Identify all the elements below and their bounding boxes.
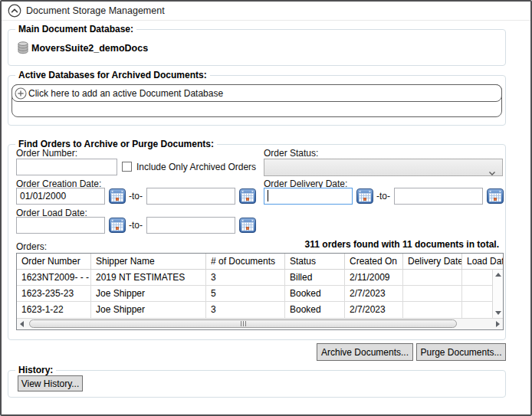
include-archived-label[interactable]: Include Only Archived Orders xyxy=(136,162,256,172)
results-summary: 311 orders found with 11 documents in to… xyxy=(305,239,499,250)
creation-date-to-input[interactable] xyxy=(146,188,235,205)
text-caret xyxy=(268,190,268,201)
table-cell[interactable] xyxy=(462,270,492,285)
column-header[interactable]: Created On xyxy=(345,254,403,269)
table-cell[interactable]: 3 xyxy=(206,270,285,285)
calendar-icon xyxy=(109,217,126,234)
load-to-separator: -to- xyxy=(129,220,143,231)
delivery-date-from-input[interactable] xyxy=(264,188,353,205)
main-database-groupbox: Main Document Database: MoversSuite2_dem… xyxy=(8,29,506,66)
history-groupbox: History: View History... xyxy=(8,370,506,398)
main-database-item: MoversSuite2_demoDocs xyxy=(18,41,148,54)
delivery-to-separator: -to- xyxy=(376,191,390,201)
table-row[interactable]: 1623NT2009- - -2019 NT ESTIMATES3Billed2… xyxy=(17,270,492,286)
horizontal-scrollbar[interactable] xyxy=(17,318,503,329)
scroll-right-icon[interactable] xyxy=(496,321,500,327)
panel-header: Document Storage Management xyxy=(2,2,530,21)
table-cell[interactable]: Billed xyxy=(285,270,345,285)
add-database-label: Click here to add an active Document Dat… xyxy=(28,88,223,99)
purge-documents-button[interactable]: Purge Documents... xyxy=(416,343,506,361)
orders-table-rows: 1623NT2009- - -2019 NT ESTIMATES3Billed2… xyxy=(17,270,492,318)
table-cell[interactable]: 2019 NT ESTIMATES xyxy=(91,270,206,285)
orders-table-body: 1623NT2009- - -2019 NT ESTIMATES3Billed2… xyxy=(17,270,503,318)
column-header[interactable]: Shipper Name xyxy=(91,254,206,269)
table-row[interactable]: 1623-1-22Joe Shipper3Booked2/7/2023 xyxy=(17,302,492,318)
document-storage-management-panel: Document Storage Management Main Documen… xyxy=(0,0,532,416)
orders-table-header: Order NumberShipper Name# of DocumentsSt… xyxy=(17,254,503,270)
scroll-left-icon[interactable] xyxy=(20,321,24,327)
table-cell[interactable] xyxy=(462,286,492,301)
chevron-down-icon xyxy=(488,165,496,179)
order-number-input[interactable] xyxy=(16,159,117,175)
delivery-date-to-calendar-button[interactable] xyxy=(487,188,504,205)
main-database-name: MoversSuite2_demoDocs xyxy=(31,43,148,54)
load-date-to-input[interactable] xyxy=(146,217,235,234)
add-database-button[interactable]: Click here to add an active Document Dat… xyxy=(11,84,502,102)
orders-label: Orders: xyxy=(16,241,47,252)
table-cell[interactable]: Joe Shipper xyxy=(91,286,206,301)
table-cell[interactable]: Joe Shipper xyxy=(91,302,206,318)
calendar-icon xyxy=(356,188,373,205)
table-cell[interactable]: Booked xyxy=(285,286,345,301)
orders-table: Order NumberShipper Name# of DocumentsSt… xyxy=(16,253,504,330)
plus-circle-icon xyxy=(15,87,27,100)
delivery-date-from-calendar-button[interactable] xyxy=(356,188,373,205)
history-caption: History: xyxy=(15,365,56,376)
table-cell[interactable] xyxy=(403,302,462,318)
column-header[interactable]: Load Date xyxy=(462,254,503,269)
find-orders-groupbox: Find Orders to Archive or Purge Document… xyxy=(8,144,506,340)
load-date-from-calendar-button[interactable] xyxy=(109,217,126,234)
creation-date-from-input[interactable] xyxy=(16,188,105,205)
table-row[interactable]: 1623-235-23Joe Shipper5Booked2/7/2023 xyxy=(17,286,492,302)
view-history-button[interactable]: View History... xyxy=(18,375,83,391)
database-icon xyxy=(18,41,28,54)
archive-documents-button[interactable]: Archive Documents... xyxy=(317,343,413,361)
panel-title: Document Storage Management xyxy=(26,5,165,16)
horizontal-scrollbar-thumb[interactable] xyxy=(29,319,457,328)
main-database-caption: Main Document Database: xyxy=(15,24,136,35)
calendar-icon xyxy=(487,188,504,205)
table-cell[interactable]: 1623NT2009- - - xyxy=(17,270,91,285)
table-cell[interactable]: 2/11/2009 xyxy=(345,270,403,285)
table-cell[interactable]: Booked xyxy=(285,302,345,318)
order-status-dropdown[interactable] xyxy=(264,159,503,176)
calendar-icon xyxy=(109,188,126,205)
vertical-scrollbar[interactable] xyxy=(492,270,503,318)
creation-date-to-calendar-button[interactable] xyxy=(239,188,256,205)
table-cell[interactable] xyxy=(403,286,462,301)
column-header[interactable]: Order Number xyxy=(17,254,91,269)
load-date-to-calendar-button[interactable] xyxy=(239,217,256,234)
table-cell[interactable]: 1623-1-22 xyxy=(17,302,91,318)
order-number-label: Order Number: xyxy=(16,148,77,159)
load-date-from-input[interactable] xyxy=(16,217,105,234)
calendar-icon xyxy=(239,188,256,205)
table-cell[interactable]: 2/7/2023 xyxy=(345,286,403,301)
active-databases-list: Click here to add an active Document Dat… xyxy=(11,84,502,117)
creation-date-from-calendar-button[interactable] xyxy=(109,188,126,205)
delivery-date-to-input[interactable] xyxy=(394,188,483,205)
chevron-up-circle-icon xyxy=(8,4,21,18)
table-cell[interactable]: 5 xyxy=(206,286,285,301)
include-archived-checkbox[interactable] xyxy=(122,162,132,172)
active-databases-groupbox: Active Databases for Archived Documents:… xyxy=(8,75,506,126)
scroll-down-icon[interactable] xyxy=(495,311,501,315)
scroll-up-icon[interactable] xyxy=(495,273,501,277)
table-cell[interactable]: 2/7/2023 xyxy=(345,302,403,318)
column-header[interactable]: Status xyxy=(285,254,345,269)
collapse-expander-button[interactable] xyxy=(7,4,21,18)
table-cell[interactable]: 1623-235-23 xyxy=(17,286,91,301)
table-cell[interactable] xyxy=(403,270,462,285)
active-databases-caption: Active Databases for Archived Documents: xyxy=(15,70,210,81)
calendar-icon xyxy=(239,217,256,234)
order-status-label: Order Status: xyxy=(264,148,318,159)
table-cell[interactable] xyxy=(462,302,492,318)
column-header[interactable]: Delivery Date xyxy=(403,254,462,269)
table-cell[interactable]: 3 xyxy=(206,302,285,318)
creation-to-separator: -to- xyxy=(129,191,143,201)
column-header[interactable]: # of Documents xyxy=(206,254,285,269)
